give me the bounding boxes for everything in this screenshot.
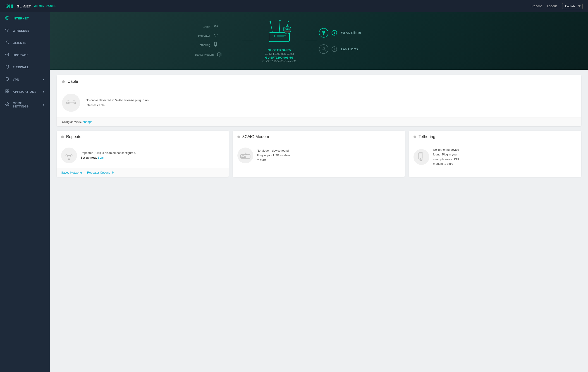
tethering-icon-wrap (413, 149, 429, 165)
svg-point-27 (288, 21, 289, 22)
sidebar-item-label: FIREWALL (13, 66, 29, 69)
conn-cable: Cable (194, 24, 240, 29)
conn-repeater-label: Repeater (194, 34, 210, 37)
svg-rect-14 (6, 92, 7, 93)
wireless-icon (5, 28, 10, 33)
applications-icon (5, 89, 10, 94)
modem-status-dot (237, 135, 240, 138)
svg-rect-2 (10, 5, 10, 8)
svg-rect-11 (6, 90, 7, 91)
logout-button[interactable]: Logout (547, 4, 557, 8)
cards-area: Cable (50, 70, 588, 182)
repeater-status-dot (61, 135, 64, 138)
sidebar-item-firewall[interactable]: FIREWALL (0, 61, 50, 73)
vpn-icon (5, 77, 10, 82)
tethering-message: No Tethering device found. Plug in your … (433, 147, 459, 166)
tethering-status-dot (413, 135, 416, 138)
hero-section: Cable Repeater (50, 12, 588, 70)
svg-point-29 (273, 36, 274, 36)
sidebar-item-label: UPGRADE (13, 53, 29, 57)
conn-tethering: Tethering (194, 42, 240, 48)
sidebar-item-label: INTERNET (13, 17, 29, 20)
svg-rect-31 (277, 36, 284, 37)
tethering-icon (213, 42, 218, 48)
cable-message: No cable detected in WAN. Please plug in… (85, 98, 149, 108)
hero-clients: 1 WLAN Clients 0 LAN Clients (319, 28, 364, 54)
router-names: GL-SFT1200-d05 GL-SFT1200-d05-Guest GL-S… (262, 48, 296, 63)
repeater-scan-link[interactable]: Scan (98, 156, 105, 159)
svg-rect-49 (419, 153, 423, 159)
svg-point-10 (7, 54, 8, 55)
content-area: Cable Repeater (50, 12, 588, 372)
repeater-card-title: Repeater (66, 134, 83, 139)
svg-line-23 (279, 21, 280, 32)
wlan-clients: 1 WLAN Clients (319, 28, 364, 38)
svg-point-42 (69, 159, 70, 160)
modem-card: 3G/4G Modem 3G/4G (233, 131, 405, 177)
topbar: GL·iNET ADMIN PANEL Reboot Logout Englis… (0, 0, 588, 12)
sidebar: INTERNET WIRELESS CLIENTS (0, 12, 50, 372)
svg-text:VPN: VPN (285, 28, 291, 31)
sidebar-item-applications[interactable]: APPLICATIONS ▼ (0, 85, 50, 98)
sidebar-item-wireless[interactable]: WIRELESS (0, 24, 50, 37)
svg-rect-50 (419, 153, 422, 158)
repeater-card-footer: Saved Networks Repeater Options ⚙ (57, 168, 229, 177)
svg-rect-5 (12, 5, 13, 8)
tethering-card-header: Tethering (409, 131, 581, 143)
svg-line-22 (270, 21, 273, 32)
firewall-icon (5, 65, 10, 70)
applications-arrow: ▼ (42, 91, 45, 93)
repeater-card: Repeater Wi·Fi (57, 131, 229, 177)
more-settings-arrow: ▼ (42, 104, 45, 106)
sidebar-item-vpn[interactable]: VPN ▼ (0, 73, 50, 85)
svg-point-15 (7, 104, 8, 105)
repeater-options-link[interactable]: Repeater Options ⚙ (87, 171, 114, 174)
svg-point-26 (279, 20, 281, 21)
sidebar-item-label: CLIENTS (13, 41, 26, 45)
sidebar-item-label: MORE SETTINGS (13, 101, 39, 108)
sidebar-item-clients[interactable]: CLIENTS (0, 37, 50, 49)
lan-count: 0 (332, 46, 337, 52)
hero-connections: Cable Repeater (194, 24, 240, 57)
cable-change-link[interactable]: change (83, 120, 92, 124)
hero-line-left (242, 41, 253, 41)
conn-modem: 3G/4G Modem (194, 52, 240, 57)
svg-rect-30 (277, 35, 286, 36)
lan-label: LAN Clients (341, 47, 358, 51)
sidebar-item-label: VPN (13, 78, 19, 81)
panel-label: ADMIN PANEL (34, 5, 57, 8)
lan-icon-wrap (319, 44, 328, 54)
router-name-2: GL-SFT1200-d05-Guest (265, 52, 294, 55)
logo-icon (5, 3, 14, 9)
wlan-label: WLAN Clients (341, 31, 361, 35)
sidebar-item-internet[interactable]: INTERNET (0, 12, 50, 24)
repeater-icon (213, 33, 218, 38)
svg-rect-47 (245, 154, 246, 155)
lan-clients: 0 LAN Clients (319, 44, 364, 54)
cable-status-dot (62, 80, 65, 83)
repeater-icon-wrap: Wi·Fi (61, 147, 77, 163)
svg-point-34 (323, 34, 324, 35)
cable-card-header: Cable (57, 75, 581, 88)
language-select[interactable]: English 中文 Deutsch (562, 3, 583, 9)
conn-tethering-label: Tethering (194, 43, 210, 47)
sidebar-item-more-settings[interactable]: MORE SETTINGS ▼ (0, 98, 50, 112)
hero-line-right (305, 41, 317, 41)
reboot-button[interactable]: Reboot (531, 4, 542, 8)
saved-networks-link[interactable]: Saved Networks (61, 171, 83, 174)
cable-icon (213, 24, 218, 29)
svg-point-20 (215, 45, 216, 46)
tethering-card: Tethering (409, 131, 581, 177)
cable-card-body: No cable detected in WAN. Please plug in… (57, 88, 581, 117)
tethering-card-title: Tethering (419, 134, 435, 139)
svg-point-51 (420, 158, 421, 159)
router-name-3: GL-SFT1200-d05-5G (265, 56, 293, 59)
svg-point-16 (216, 36, 216, 37)
hero-router: VPN GL-SFT1200-d05 GL-SFT1200-d05-Guest … (255, 19, 303, 63)
main-layout: INTERNET WIRELESS CLIENTS (0, 12, 588, 372)
hero-grid: Cable Repeater (194, 19, 443, 63)
sidebar-item-upgrade[interactable]: UPGRADE (0, 49, 50, 61)
modem-icon (217, 52, 222, 57)
gear-icon: ⚙ (111, 171, 114, 174)
sidebar-item-label: APPLICATIONS (13, 90, 36, 93)
